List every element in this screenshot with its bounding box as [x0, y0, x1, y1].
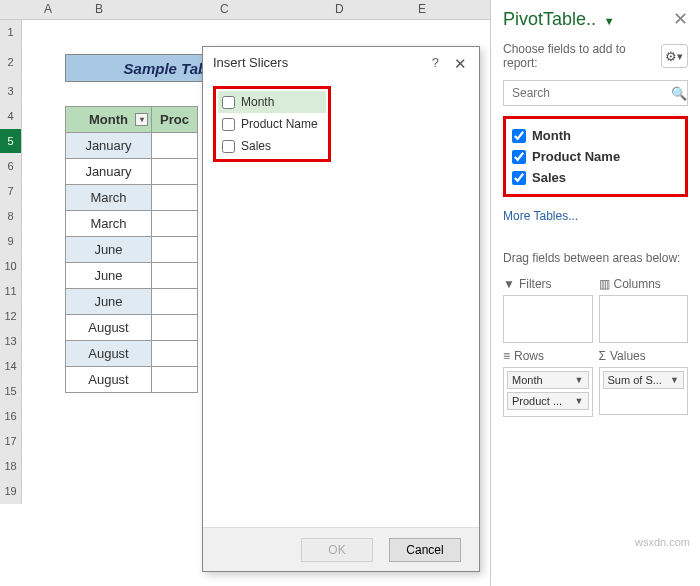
table-row[interactable]: June: [66, 263, 152, 289]
slicer-label: Product Name: [241, 117, 318, 131]
row-11[interactable]: 11: [0, 279, 22, 304]
column-headers: A B C D E: [0, 0, 490, 20]
table-row[interactable]: June: [66, 237, 152, 263]
header-product[interactable]: Proc: [152, 107, 198, 133]
chevron-down-icon[interactable]: ▼: [575, 396, 584, 406]
col-E[interactable]: E: [418, 2, 426, 16]
area-values: ΣValues Sum of S...▼: [599, 349, 689, 417]
col-C[interactable]: C: [220, 2, 229, 16]
chip-month[interactable]: Month▼: [507, 371, 589, 389]
header-product-label: Proc: [160, 112, 189, 127]
row-7[interactable]: 7: [0, 179, 22, 204]
header-month-label: Month: [89, 112, 128, 127]
field-checkbox[interactable]: [512, 171, 526, 185]
col-B[interactable]: B: [95, 2, 103, 16]
insert-slicers-dialog: Insert Slicers ? ✕ Month Product Name Sa…: [202, 46, 480, 572]
slicer-item-product-name[interactable]: Product Name: [218, 113, 326, 135]
row-9[interactable]: 9: [0, 229, 22, 254]
row-18[interactable]: 18: [0, 454, 22, 479]
slicer-checkbox-month[interactable]: [222, 96, 235, 109]
data-table: Month ▾ Proc January January March March…: [65, 106, 198, 393]
col-A[interactable]: A: [38, 2, 58, 16]
chip-sum[interactable]: Sum of S...▼: [603, 371, 685, 389]
ok-button[interactable]: OK: [301, 538, 373, 562]
row-5[interactable]: 5: [0, 129, 22, 154]
table-row[interactable]: August: [66, 341, 152, 367]
row-headers: 1 2 3 4 5 6 7 8 9 10 11 12 13 14 15 16 1…: [0, 20, 22, 504]
dialog-title-text: Insert Slicers: [213, 55, 288, 70]
row-16[interactable]: 16: [0, 404, 22, 429]
chevron-down-icon[interactable]: ▼: [575, 375, 584, 385]
row-13[interactable]: 13: [0, 329, 22, 354]
row-1[interactable]: 1: [0, 20, 22, 45]
panel-close-icon[interactable]: ✕: [673, 8, 688, 30]
slicer-label: Month: [241, 95, 274, 109]
col-D[interactable]: D: [335, 2, 344, 16]
columns-icon: ▥: [599, 277, 610, 291]
panel-menu-icon[interactable]: ▼: [604, 15, 615, 27]
more-tables-link[interactable]: More Tables...: [503, 209, 688, 223]
row-6[interactable]: 6: [0, 154, 22, 179]
panel-subtitle: Choose fields to add to report:: [503, 42, 661, 70]
search-icon[interactable]: 🔍: [670, 81, 687, 105]
field-checkbox[interactable]: [512, 129, 526, 143]
close-icon[interactable]: ✕: [454, 55, 467, 73]
row-12[interactable]: 12: [0, 304, 22, 329]
field-list: Month Product Name Sales: [503, 116, 688, 197]
field-checkbox[interactable]: [512, 150, 526, 164]
pivottable-panel: PivotTable.. ▼ ✕ Choose fields to add to…: [490, 0, 700, 586]
field-month[interactable]: Month: [512, 125, 679, 146]
search-input[interactable]: [504, 81, 670, 105]
values-dropzone[interactable]: Sum of S...▼: [599, 367, 689, 415]
rows-icon: ≡: [503, 349, 510, 363]
header-month[interactable]: Month ▾: [66, 107, 152, 133]
filters-dropzone[interactable]: [503, 295, 593, 343]
area-rows: ≡Rows Month▼ Product ...▼: [503, 349, 593, 417]
field-product-name[interactable]: Product Name: [512, 146, 679, 167]
area-filters: ▼Filters: [503, 277, 593, 343]
chevron-down-icon[interactable]: ▼: [670, 375, 679, 385]
row-15[interactable]: 15: [0, 379, 22, 404]
row-10[interactable]: 10: [0, 254, 22, 279]
filter-icon: ▼: [503, 277, 515, 291]
cancel-button[interactable]: Cancel: [389, 538, 461, 562]
dialog-title: Insert Slicers ? ✕: [203, 47, 479, 78]
area-label: Values: [610, 349, 646, 363]
table-row[interactable]: June: [66, 289, 152, 315]
columns-dropzone[interactable]: [599, 295, 689, 343]
row-19[interactable]: 19: [0, 479, 22, 504]
field-sales[interactable]: Sales: [512, 167, 679, 188]
field-label: Month: [532, 128, 571, 143]
dropdown-icon[interactable]: ▾: [135, 113, 148, 126]
search-box[interactable]: 🔍: [503, 80, 688, 106]
help-icon[interactable]: ?: [432, 55, 439, 70]
chip-product[interactable]: Product ...▼: [507, 392, 589, 410]
panel-title: PivotTable..: [503, 9, 596, 29]
area-label: Filters: [519, 277, 552, 291]
rows-dropzone[interactable]: Month▼ Product ...▼: [503, 367, 593, 417]
row-4[interactable]: 4: [0, 104, 22, 129]
table-row[interactable]: March: [66, 211, 152, 237]
table-row[interactable]: January: [66, 159, 152, 185]
slicer-item-sales[interactable]: Sales: [218, 135, 326, 157]
slicer-field-list: Month Product Name Sales: [213, 86, 331, 162]
row-14[interactable]: 14: [0, 354, 22, 379]
table-row[interactable]: August: [66, 315, 152, 341]
drag-fields-label: Drag fields between areas below:: [503, 251, 688, 267]
row-3[interactable]: 3: [0, 79, 22, 104]
table-row[interactable]: March: [66, 185, 152, 211]
row-8[interactable]: 8: [0, 204, 22, 229]
field-label: Product Name: [532, 149, 620, 164]
slicer-checkbox-sales[interactable]: [222, 140, 235, 153]
row-17[interactable]: 17: [0, 429, 22, 454]
row-2[interactable]: 2: [0, 45, 22, 79]
slicer-checkbox-product[interactable]: [222, 118, 235, 131]
gear-icon[interactable]: ⚙▾: [661, 44, 688, 68]
field-label: Sales: [532, 170, 566, 185]
area-columns: ▥Columns: [599, 277, 689, 343]
area-label: Columns: [614, 277, 661, 291]
slicer-item-month[interactable]: Month: [218, 91, 326, 113]
table-row[interactable]: January: [66, 133, 152, 159]
area-label: Rows: [514, 349, 544, 363]
table-row[interactable]: August: [66, 367, 152, 393]
